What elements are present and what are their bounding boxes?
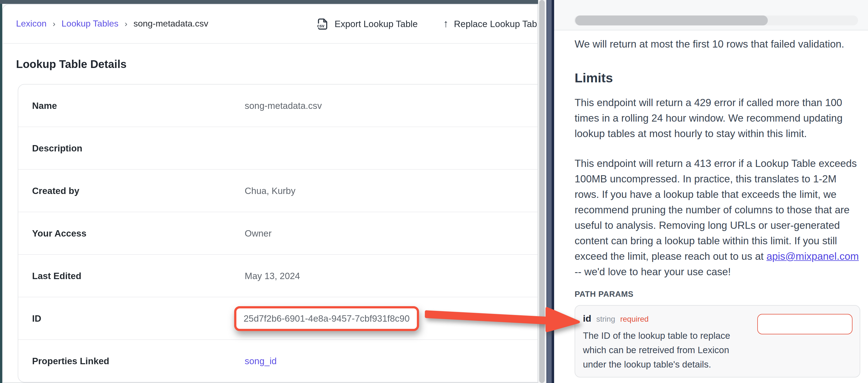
detail-row-name: Name song-metadata.csv: [18, 84, 538, 127]
detail-row-last-edited: Last Edited May 13, 2024: [18, 254, 538, 297]
svg-text:csv: csv: [317, 23, 325, 28]
detail-label: Description: [18, 143, 231, 153]
breadcrumb-lexicon[interactable]: Lexicon: [16, 19, 46, 29]
param-name: id: [583, 313, 591, 324]
id-param-input[interactable]: [757, 314, 852, 334]
detail-row-your-access: Your Access Owner: [18, 212, 538, 254]
detail-value: May 13, 2024: [231, 271, 300, 281]
limits-paragraph-2-tail: -- we'd love to hear your use case!: [575, 266, 731, 277]
breadcrumb-current-file: song-metadata.csv: [133, 19, 208, 29]
docs-horizontal-scrollbar[interactable]: [554, 0, 868, 30]
horizontal-scrollbar-thumb[interactable]: [575, 15, 768, 26]
left-panel-scrollbar-thumb[interactable]: [539, 0, 545, 383]
docs-content: We will return at most the first 10 rows…: [554, 30, 860, 378]
up-arrow-icon: ↑: [443, 18, 448, 30]
window-top-edge: [0, 0, 538, 4]
export-lookup-table-label: Export Lookup Table: [335, 19, 418, 29]
detail-label: Name: [18, 100, 231, 111]
lexicon-header: Lexicon › Lookup Tables › song-metadata.…: [3, 4, 537, 44]
export-lookup-table-button[interactable]: csv Export Lookup Table: [316, 18, 418, 30]
replace-lookup-table-button[interactable]: ↑ Replace Lookup Table: [443, 18, 538, 30]
detail-label: Created by: [18, 185, 231, 196]
detail-label: ID: [18, 313, 231, 323]
detail-label: Your Access: [18, 228, 231, 239]
id-param-card: id string required The ID of the lookup …: [575, 305, 860, 378]
detail-value: Owner: [231, 228, 272, 239]
id-value-highlight: 25d7f2b6-6901-4e8a-9457-7cbf931f8c90: [234, 306, 419, 331]
breadcrumb-lookup-tables[interactable]: Lookup Tables: [61, 19, 119, 29]
limits-heading: Limits: [575, 71, 860, 86]
chevron-right-icon: ›: [53, 19, 55, 28]
param-type: string: [596, 314, 615, 323]
detail-value: 25d7f2b6-6901-4e8a-9457-7cbf931f8c90: [231, 306, 419, 331]
replace-lookup-table-label: Replace Lookup Table: [454, 19, 538, 29]
detail-row-description: Description: [18, 127, 538, 169]
song-id-property-link[interactable]: song_id: [245, 356, 277, 365]
detail-row-id: ID 25d7f2b6-6901-4e8a-9457-7cbf931f8c90: [18, 297, 538, 339]
csv-file-icon: csv: [316, 18, 329, 30]
detail-row-properties-linked: Properties Linked song_id: [18, 339, 538, 382]
lexicon-panel: Lexicon › Lookup Tables › song-metadata.…: [2, 4, 538, 383]
detail-value: song-metadata.csv: [231, 100, 322, 111]
lookup-table-id-value: 25d7f2b6-6901-4e8a-9457-7cbf931f8c90: [244, 313, 410, 323]
detail-value: Chua, Kurby: [231, 185, 295, 196]
limits-paragraph-2: This endpoint will return a 413 error if…: [575, 156, 860, 280]
param-required-badge: required: [620, 314, 649, 323]
docs-panel: We will return at most the first 10 rows…: [554, 0, 868, 383]
detail-value: song_id: [231, 356, 277, 366]
apis-mixpanel-email-link[interactable]: apis@mixpanel.com: [767, 250, 859, 262]
limits-paragraph-2-text: This endpoint will return a 413 error if…: [575, 158, 857, 262]
page-title: Lookup Table Details: [16, 58, 537, 71]
docs-intro-text: We will return at most the first 10 rows…: [575, 36, 860, 52]
lookup-table-details-card: Name song-metadata.csv Description Creat…: [18, 84, 538, 382]
limits-paragraph-1: This endpoint will return a 429 error if…: [575, 95, 860, 141]
left-panel-scrollbar[interactable]: [538, 0, 547, 383]
detail-row-created-by: Created by Chua, Kurby: [18, 169, 538, 212]
detail-label: Last Edited: [18, 271, 231, 281]
window-left-edge: [0, 4, 2, 383]
screenshot-root: Lexicon › Lookup Tables › song-metadata.…: [0, 0, 868, 383]
chevron-right-icon: ›: [125, 19, 127, 28]
panel-divider: [547, 0, 554, 383]
path-params-label: PATH PARAMS: [575, 289, 860, 299]
breadcrumb: Lexicon › Lookup Tables › song-metadata.…: [16, 19, 209, 29]
header-actions: csv Export Lookup Table ↑ Replace Lookup…: [316, 18, 538, 30]
param-description: The ID of the lookup table to replace wh…: [583, 328, 752, 372]
detail-label: Properties Linked: [18, 356, 231, 366]
